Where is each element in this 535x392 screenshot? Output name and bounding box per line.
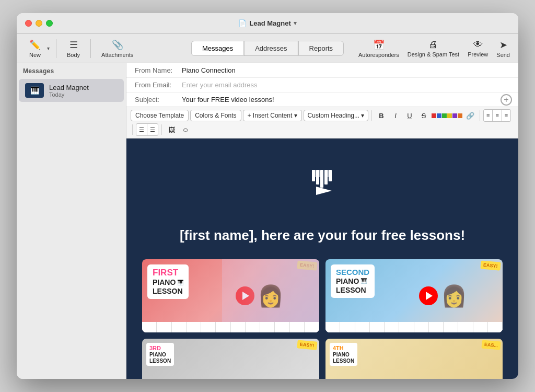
nav-tabs: Messages Addresses Reports xyxy=(191,41,344,56)
svg-rect-2 xyxy=(320,170,323,188)
play-icon-container xyxy=(301,159,343,201)
dropdown-arrow[interactable]: ▾ xyxy=(47,45,50,51)
video-thumb-3[interactable]: EASY! 3RDPIANOLESSON xyxy=(142,339,319,379)
attachments-label: Attachments xyxy=(101,52,133,58)
key-w xyxy=(340,322,355,332)
preview-button[interactable]: 👁 Preview xyxy=(468,39,488,57)
design-spam-button[interactable]: 🖨 Design & Spam Test xyxy=(408,39,459,57)
color-purple[interactable] xyxy=(452,113,457,118)
from-name-value: Piano Connection xyxy=(182,66,236,74)
video-thumb-2[interactable]: SECOND PIANO 🎹 LESSON EASY! xyxy=(325,259,503,332)
colors-fonts-button[interactable]: Colors & Fonts xyxy=(190,110,241,121)
sidebar-header: Messages xyxy=(17,63,126,79)
paperclip-icon: 📎 xyxy=(112,39,123,51)
tab-reports[interactable]: Reports xyxy=(298,41,344,56)
compose-area: From Name: Piano Connection From Email: … xyxy=(126,63,518,379)
keyboard-bar-1 xyxy=(142,322,319,332)
custom-heading-dropdown-icon: ▾ xyxy=(361,112,364,119)
video-thumb-4[interactable]: EAS... 4THPIANOLESSON xyxy=(325,339,503,379)
autoresponders-icon: 📅 xyxy=(373,39,385,51)
key-w xyxy=(325,322,340,332)
from-email-placeholder[interactable]: Enter your email address xyxy=(182,81,258,89)
insert-content-label: + Insert Content xyxy=(248,112,293,119)
toolbar-divider-1 xyxy=(56,39,56,58)
video-thumb-1[interactable]: FIRST PIANO 🎹 LESSON EASY! xyxy=(142,259,319,332)
sidebar-item-lead-magnet[interactable]: 🎹 Lead Magnet Today xyxy=(19,79,124,102)
key-w xyxy=(488,322,503,332)
main-toolbar: ✏️ New ▾ ☰ Body 📎 Attachments Messages A… xyxy=(17,34,518,63)
color-palette[interactable] xyxy=(432,113,462,118)
key-w xyxy=(444,322,458,332)
list-ol-button[interactable]: ☰ xyxy=(147,124,158,135)
subject-value[interactable]: Your four FREE video lessons! xyxy=(182,96,274,103)
from-name-row: From Name: Piano Connection xyxy=(126,63,518,78)
traffic-lights xyxy=(25,20,53,27)
list-ul-button[interactable]: ☰ xyxy=(136,124,147,135)
autoresponders-label: Autoresponders xyxy=(358,52,399,58)
window-title-text: Lead Magnet xyxy=(249,19,290,27)
svg-rect-7 xyxy=(327,170,329,177)
sidebar-item-info: Lead Magnet Today xyxy=(49,84,89,98)
key-w xyxy=(142,322,157,332)
bottom-video-row: EASY! 3RDPIANOLESSON EAS... 4THPIANOLESS… xyxy=(126,339,518,379)
from-name-label: From Name: xyxy=(135,66,182,74)
format-separator-1 xyxy=(371,110,372,121)
preview-label: Preview xyxy=(468,51,488,57)
key-w xyxy=(355,322,370,332)
color-yellow[interactable] xyxy=(447,113,452,118)
choose-template-button[interactable]: Choose Template xyxy=(131,110,189,121)
maximize-button[interactable] xyxy=(46,20,53,27)
insert-content-button[interactable]: + Insert Content ▾ xyxy=(243,110,302,121)
color-blue[interactable] xyxy=(437,113,441,118)
close-button[interactable] xyxy=(25,20,32,27)
email-fields: From Name: Piano Connection From Email: … xyxy=(126,63,518,107)
color-red[interactable] xyxy=(432,113,436,118)
custom-heading-label: Custom Heading... xyxy=(308,112,359,119)
align-right-button[interactable]: ≡ xyxy=(502,110,510,121)
emoji-button[interactable]: ☺ xyxy=(179,123,192,136)
easy-badge-4: EAS... xyxy=(481,340,501,350)
svg-rect-5 xyxy=(314,170,316,177)
color-green[interactable] xyxy=(442,113,447,118)
list-group: ☰ ☰ xyxy=(136,123,158,136)
key-w xyxy=(399,322,414,332)
svg-rect-4 xyxy=(329,170,332,181)
key-w xyxy=(260,322,275,332)
key-w xyxy=(216,322,230,332)
window-title: 📄 Lead Magnet ▾ xyxy=(238,19,296,27)
design-spam-icon: 🖨 xyxy=(428,39,438,50)
attachments-button[interactable]: 📎 Attachments xyxy=(97,37,137,60)
sidebar-thumb: 🎹 xyxy=(25,83,44,98)
sidebar-item-name: Lead Magnet xyxy=(49,84,89,91)
strikethrough-button[interactable]: S xyxy=(417,109,430,122)
new-icon: ✏️ xyxy=(29,39,41,51)
bold-button[interactable]: B xyxy=(375,109,388,122)
color-orange[interactable] xyxy=(458,113,462,118)
align-center-button[interactable]: ≡ xyxy=(492,110,501,121)
underline-button[interactable]: U xyxy=(403,109,416,122)
custom-heading-button[interactable]: Custom Heading... ▾ xyxy=(304,110,368,121)
autoresponders-button[interactable]: 📅 Autoresponders xyxy=(358,39,399,58)
key-w xyxy=(385,322,399,332)
image-button[interactable]: 🖼 xyxy=(165,123,178,136)
email-headline: [first name], here are your four free le… xyxy=(126,222,518,259)
minimize-button[interactable] xyxy=(36,20,42,27)
body-button[interactable]: ☰ Body xyxy=(63,37,84,60)
tab-addresses[interactable]: Addresses xyxy=(244,41,298,56)
svg-rect-6 xyxy=(318,170,320,177)
email-body[interactable]: [first name], here are your four free le… xyxy=(126,139,518,379)
toolbar-right: 📅 Autoresponders 🖨 Design & Spam Test 👁 … xyxy=(358,39,510,58)
toolbar-left-group: ✏️ New ▾ ☰ Body 📎 Attachments xyxy=(25,37,137,60)
send-icon: ➤ xyxy=(499,39,507,51)
new-button[interactable]: ✏️ New xyxy=(25,37,45,60)
subject-row: Subject: Your four FREE video lessons! + xyxy=(126,93,518,107)
italic-button[interactable]: I xyxy=(389,109,402,122)
preview-icon: 👁 xyxy=(473,39,483,50)
add-field-button[interactable]: + xyxy=(501,94,512,106)
align-left-button[interactable]: ≡ xyxy=(484,110,492,121)
thumb-icon: 🎹 xyxy=(30,86,39,95)
tab-messages[interactable]: Messages xyxy=(191,41,244,56)
send-button[interactable]: ➤ Send xyxy=(496,39,510,58)
chevron-down-icon: ▾ xyxy=(294,20,297,27)
link-button[interactable]: 🔗 xyxy=(464,109,476,122)
